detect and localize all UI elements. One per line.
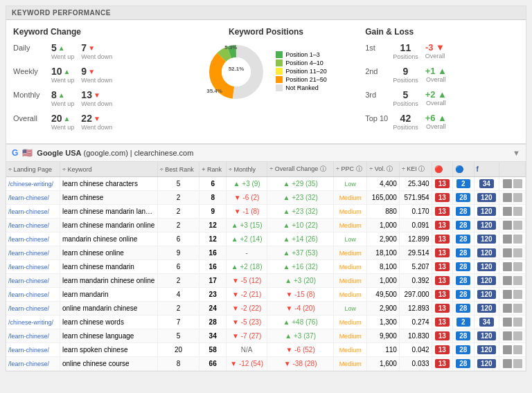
td-ppc: Low [334, 232, 367, 246]
td-icons[interactable] [499, 177, 526, 191]
th-landing[interactable]: ÷ Landing Page [6, 162, 60, 177]
table-icon[interactable] [513, 207, 522, 216]
td-landing: /chinese-writing/ [6, 177, 60, 191]
td-kei: 29.514 [399, 246, 432, 260]
table-icon[interactable] [513, 248, 522, 257]
kc-row: Daily 5 ▲ Went up 7 ▼ Went down [13, 42, 167, 60]
chart-icon[interactable] [503, 290, 512, 299]
th-red[interactable]: 🔴 [432, 162, 452, 177]
arrow-down-icon: ▼ [94, 91, 100, 99]
gl-overall-sub: Overall [425, 123, 447, 130]
table-row: /learn-chinese/ mandarin chinese online … [6, 232, 526, 246]
th-blue[interactable]: 🔵 [453, 162, 474, 177]
td-icons[interactable] [499, 260, 526, 274]
td-landing: /learn-chinese/ [6, 191, 60, 205]
chart-icon[interactable] [503, 235, 512, 244]
table-icon[interactable] [513, 290, 522, 299]
th-kei[interactable]: ÷ KEI ⓘ [399, 162, 432, 177]
legend-dot [276, 76, 283, 83]
chart-icon[interactable] [503, 331, 512, 340]
td-best-rank: 8 [157, 357, 200, 371]
table-icon[interactable] [513, 193, 522, 202]
td-icons[interactable] [499, 191, 526, 205]
th-monthly[interactable]: ÷ Monthly [227, 162, 267, 177]
td-keyword: online mandarin chinese [60, 302, 157, 316]
legend-label: Position 11–20 [285, 68, 327, 75]
td-keyword: learn mandarin chinese online [60, 274, 157, 288]
legend-item: Position 11–20 [276, 68, 327, 75]
kc-up-num: 20 ▲ [51, 113, 74, 124]
td-monthly: ▼ -12 (54) [227, 357, 267, 371]
td-monthly: - [227, 246, 267, 260]
th-ppc[interactable]: ÷ PPC ⓘ [334, 162, 367, 177]
td-keyword: learn chinese characters [60, 177, 157, 191]
td-icons[interactable] [499, 357, 526, 371]
th-keyword[interactable]: ÷ Keyword [60, 162, 157, 177]
table-icon[interactable] [513, 345, 522, 354]
table-icon[interactable] [513, 179, 522, 188]
th-vol[interactable]: ÷ Vol. ⓘ [367, 162, 400, 177]
chart-icon[interactable] [503, 276, 512, 285]
th-overall[interactable]: ÷ Overall Change ⓘ [267, 162, 334, 177]
table-icon[interactable] [513, 318, 522, 327]
td-fb-badge: 34 [474, 316, 499, 329]
td-fb-badge: 120 [474, 205, 499, 219]
th-fb[interactable]: f [474, 162, 499, 177]
td-kei: 0.033 [399, 357, 432, 371]
bottom-header: G 🇺🇸 Google USA (google.com) | clearchin… [6, 145, 526, 162]
td-ppc: Medium [334, 274, 367, 288]
kc-label: Daily [13, 42, 51, 52]
table-icon[interactable] [513, 359, 522, 368]
td-fb-badge: 120 [474, 191, 499, 205]
td-icons[interactable] [499, 274, 526, 288]
td-red-badge: 13 [432, 260, 452, 274]
kc-up-sub: Went up [51, 124, 74, 131]
td-best-rank: 9 [157, 246, 200, 260]
td-icons[interactable] [499, 232, 526, 246]
chart-icon[interactable] [503, 179, 512, 188]
chart-icon[interactable] [503, 248, 512, 257]
kc-down-num: 13 ▼ [81, 89, 112, 100]
table-icon[interactable] [513, 276, 522, 285]
chart-icon[interactable] [503, 304, 512, 313]
gl-positions-sub: Positions [393, 124, 418, 131]
gl-positions-sub: Positions [393, 100, 418, 107]
chart-icon[interactable] [503, 207, 512, 216]
gl-label: Top 10 [365, 113, 393, 122]
chart-icon[interactable] [503, 262, 512, 271]
chart-icon[interactable] [503, 345, 512, 354]
td-icons[interactable] [499, 343, 526, 357]
td-icons[interactable] [499, 246, 526, 260]
kc-label: Weekly [13, 66, 51, 75]
td-icons[interactable] [499, 205, 526, 219]
th-rank[interactable]: + Rank [200, 162, 227, 177]
td-kei: 0.042 [399, 343, 432, 357]
table-icon[interactable] [513, 221, 522, 230]
gl-overall-item: +2 ▲ Overall [425, 89, 447, 107]
td-icons[interactable] [499, 302, 526, 316]
th-best[interactable]: ÷ Best Rank [157, 162, 200, 177]
table-row: /learn-chinese/ learn chinese 2 8 ▼ -6 (… [6, 191, 526, 205]
table-icon[interactable] [513, 331, 522, 340]
legend-label: Position 21–50 [285, 76, 327, 83]
chart-icon[interactable] [503, 318, 512, 327]
table-icon[interactable] [513, 304, 522, 313]
kc-down-item: 9 ▼ Went down [81, 66, 112, 84]
td-monthly: ▼ -5 (12) [227, 274, 267, 288]
chart-icon[interactable] [503, 193, 512, 202]
td-icons[interactable] [499, 316, 526, 329]
gl-overall-item: +1 ▲ Overall [425, 66, 447, 84]
td-icons[interactable] [499, 219, 526, 232]
th-icons[interactable] [499, 162, 526, 177]
td-ppc: Medium [334, 191, 367, 205]
table-icon[interactable] [513, 262, 522, 271]
td-red-badge: 13 [432, 343, 452, 357]
kc-down-item: 22 ▼ Went down [81, 113, 112, 131]
chart-icon[interactable] [503, 221, 512, 230]
kc-up-sub: Went up [51, 53, 74, 60]
filter-icon[interactable]: ▼ [513, 149, 520, 157]
chart-icon[interactable] [503, 359, 512, 368]
td-icons[interactable] [499, 288, 526, 302]
td-icons[interactable] [499, 329, 526, 343]
table-icon[interactable] [513, 235, 522, 244]
